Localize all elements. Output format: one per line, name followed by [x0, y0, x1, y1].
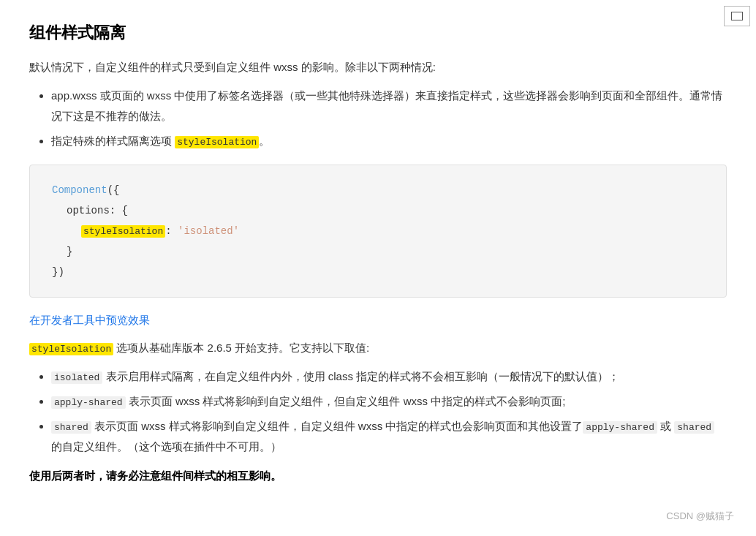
bottom-warning: 使用后两者时，请务必注意组件间样式的相互影响。 [29, 466, 727, 486]
isolated-code: isolated [51, 371, 102, 384]
value-item-shared: shared 表示页面 wxss 样式将影响到自定义组件，自定义组件 wxss … [51, 416, 727, 457]
window-controls[interactable] [724, 6, 750, 26]
code-isolated-value: 'isolated' [178, 225, 239, 237]
section-link[interactable]: 在开发者工具中预览效果 [29, 314, 727, 328]
shared-code: shared [51, 421, 91, 434]
watermark: CSDN @贼猫子 [666, 510, 734, 523]
bullet2-text-part2: 。 [259, 135, 270, 147]
bullet2-code-highlight: styleIsolation [175, 136, 259, 148]
bullet2-text-part1: 指定特殊的样式隔离选项 [51, 135, 175, 147]
values-list: isolated 表示启用样式隔离，在自定义组件内外，使用 class 指定的样… [29, 366, 727, 457]
bottom-warning-text: 使用后两者时，请务必注意组件间样式的相互影响。 [29, 469, 281, 482]
support-text: styleIsolation 选项从基础库版本 2.6.5 开始支持。它支持以下… [29, 338, 727, 358]
code-options-key: options: { [67, 205, 128, 216]
apply-shared-desc: 表示页面 wxss 样式将影响到自定义组件，但自定义组件 wxss 中指定的样式… [126, 395, 566, 407]
bullet-item-2: 指定特殊的样式隔离选项 styleIsolation。 [51, 131, 727, 151]
code-line-5: }) [52, 262, 704, 282]
bullet-item-1: app.wxss 或页面的 wxss 中使用了标签名选择器（或一些其他特殊选择器… [51, 86, 727, 127]
support-text-rest: 选项从基础库版本 2.6.5 开始支持。它支持以下取值: [113, 341, 369, 354]
page-title: 组件样式隔离 [29, 22, 727, 44]
code-brace-close: } [67, 246, 72, 257]
apply-shared-code2: apply-shared [583, 421, 657, 434]
shared-desc-part2: 的自定义组件。（这个选项在插件中不可用。） [51, 440, 281, 453]
code-line-1: Component({ [52, 180, 704, 200]
code-style-isolation-key: styleIsolation [81, 225, 165, 238]
code-brace-open: ({ [107, 184, 120, 196]
intro-paragraph: 默认情况下，自定义组件的样式只受到自定义组件 wxss 的影响。除非以下两种情况… [29, 57, 727, 77]
shared-desc-part1: 表示页面 wxss 样式将影响到自定义组件，自定义组件 wxss 中指定的样式也… [91, 420, 583, 432]
code-line-3: styleIsolation: 'isolated' [52, 221, 704, 241]
code-component-keyword: Component [52, 184, 107, 196]
bullet-list: app.wxss 或页面的 wxss 中使用了标签名选择器（或一些其他特殊选择器… [29, 86, 727, 151]
style-isolation-highlight: styleIsolation [29, 343, 113, 355]
bullet1-text: app.wxss 或页面的 wxss 中使用了标签名选择器（或一些其他特殊选择器… [51, 89, 722, 122]
apply-shared-code: apply-shared [51, 396, 126, 409]
code-line-2: options: { [52, 200, 704, 221]
value-item-apply-shared: apply-shared 表示页面 wxss 样式将影响到自定义组件，但自定义组… [51, 391, 727, 412]
shared-code2: shared [674, 421, 714, 434]
isolated-desc: 表示启用样式隔离，在自定义组件内外，使用 class 指定的样式将不会相互影响（… [102, 370, 619, 382]
code-end: }) [52, 266, 64, 278]
shared-desc-mid: 或 [657, 420, 674, 432]
code-block: Component({ options: { styleIsolation: '… [29, 165, 727, 298]
code-colon: : [165, 225, 178, 237]
value-item-isolated: isolated 表示启用样式隔离，在自定义组件内外，使用 class 指定的样… [51, 366, 727, 387]
code-line-4: } [52, 241, 704, 262]
